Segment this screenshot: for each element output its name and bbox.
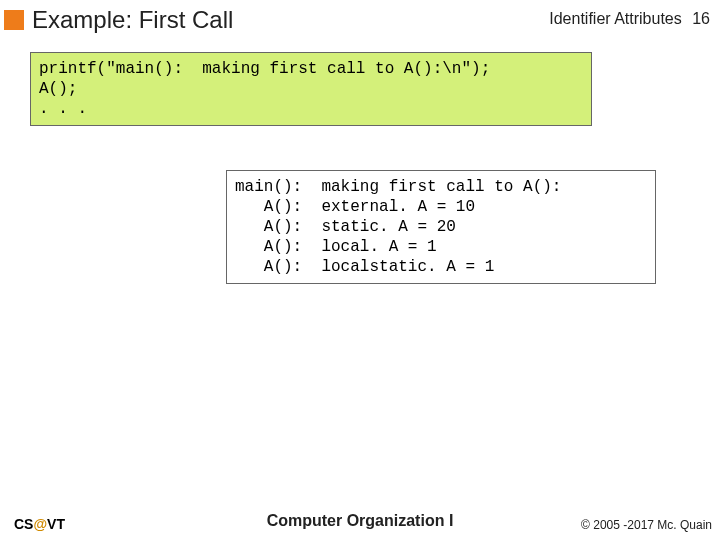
footer-right: © 2005 -2017 Mc. Quain — [581, 518, 712, 532]
accent-square-icon — [4, 10, 24, 30]
header-topic: Identifier Attributes 16 — [549, 10, 710, 28]
slide-number: 16 — [692, 10, 710, 27]
slide: Example: First Call Identifier Attribute… — [0, 0, 720, 540]
code-block: printf("main(): making first call to A()… — [30, 52, 592, 126]
slide-footer: CS@VT Computer Organization I © 2005 -20… — [0, 512, 720, 532]
output-block: main(): making first call to A(): A(): e… — [226, 170, 656, 284]
topic-label: Identifier Attributes — [549, 10, 682, 27]
slide-title: Example: First Call — [32, 6, 233, 34]
